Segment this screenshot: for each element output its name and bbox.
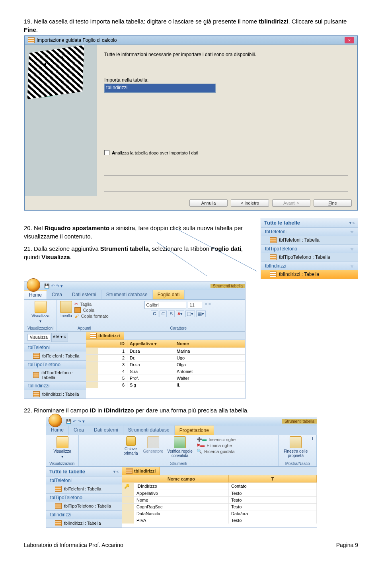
finish-button[interactable]: Fine bbox=[314, 199, 352, 207]
font-selector[interactable]: Calibri bbox=[144, 301, 186, 309]
table-icon bbox=[270, 254, 277, 260]
office-button[interactable] bbox=[27, 278, 40, 292]
ricerca-guidata-button[interactable]: 🔍Ricerca guidata bbox=[197, 448, 236, 454]
copia-formato-button[interactable]: 🖌Copia formato bbox=[74, 313, 108, 319]
nav-header[interactable]: Tutte le tabelle▾ « bbox=[261, 218, 358, 227]
import-table-label: Importa nella tabella: bbox=[104, 77, 348, 83]
gridlines-button[interactable]: ▦▾ bbox=[196, 311, 206, 317]
nav-item[interactable]: tblIndirizzi : Tabella bbox=[46, 519, 122, 527]
copia-button[interactable]: Copia bbox=[74, 307, 108, 313]
import-table-input[interactable]: tblIndirizzi bbox=[104, 84, 216, 93]
fill-color-button[interactable]: ⬚▾ bbox=[185, 311, 195, 317]
wizard-window: Importazione guidata Foglio di calcolo ×… bbox=[24, 35, 358, 211]
table-row[interactable]: 4S.raAntoniet bbox=[86, 368, 245, 375]
tab-strumenti-db[interactable]: Strumenti database bbox=[123, 426, 175, 435]
nav-group[interactable]: tblTelefoni bbox=[24, 343, 86, 352]
incolla-button[interactable]: Incolla bbox=[60, 301, 72, 319]
col-nome-campo[interactable]: Nome campo bbox=[134, 475, 229, 483]
italic-button[interactable]: C bbox=[160, 311, 167, 317]
visualizza-popup[interactable]: Visualizza bbox=[27, 334, 50, 341]
col-id[interactable]: ID bbox=[98, 340, 127, 348]
nav-group[interactable]: tblTelefoni bbox=[46, 476, 122, 484]
elimina-righe-button[interactable]: ✖▬Elimina righe bbox=[197, 442, 236, 448]
chiave-primaria-button[interactable]: Chiave primaria bbox=[122, 436, 140, 455]
nav-item[interactable]: tblTelefoni : Tabella bbox=[46, 484, 122, 493]
table-icon bbox=[55, 503, 62, 509]
tab-crea[interactable]: Crea bbox=[69, 426, 89, 435]
nav-item[interactable]: tblTipoTelefono : Tabella bbox=[46, 502, 122, 510]
table-row[interactable]: 5Prof.Walter bbox=[86, 375, 245, 381]
nav-group-telefoni[interactable]: tblTelefoni☆ bbox=[261, 227, 358, 236]
tab-foglio-dati[interactable]: Foglio dati bbox=[153, 290, 185, 299]
table-row[interactable]: 1Dr.saMarina bbox=[86, 348, 245, 354]
taglia-button[interactable]: ✂Taglia bbox=[74, 301, 108, 307]
table-row[interactable]: CognRagSocTesto bbox=[122, 503, 317, 510]
col-appellativo[interactable]: Appellativo ▾ bbox=[127, 340, 174, 348]
table-row[interactable]: DataNascitaData/ora bbox=[122, 510, 317, 517]
tab-home[interactable]: Home bbox=[24, 290, 47, 299]
wizard-info-text: Tutte le informazioni necessarie per imp… bbox=[104, 52, 348, 57]
verifica-regole-button[interactable]: Verifica regole convalida bbox=[166, 436, 193, 458]
bold-button[interactable]: G bbox=[151, 311, 158, 317]
builder-icon bbox=[147, 436, 159, 448]
nav-item[interactable]: tblTelefoni : Tabella bbox=[24, 352, 86, 360]
col-tipo[interactable]: T bbox=[229, 475, 317, 483]
nav-item-indirizzi[interactable]: tblIndirizzi : Tabella bbox=[261, 270, 358, 279]
tab-dati-esterni[interactable]: Dati esterni bbox=[67, 290, 101, 299]
table-row[interactable]: PIVATesto bbox=[122, 517, 317, 524]
instruction-19: 19. Nella casella di testo importa nella… bbox=[24, 17, 358, 34]
finestra-proprieta-button[interactable]: Finestra delle proprietà bbox=[282, 436, 310, 458]
table-row[interactable]: AppellativoTesto bbox=[122, 490, 317, 496]
nav-group-tipotelefono[interactable]: tblTipoTelefono☆ bbox=[261, 244, 358, 253]
indexes-button[interactable]: I bbox=[312, 436, 313, 458]
analyze-checkbox[interactable] bbox=[104, 150, 109, 155]
back-button[interactable]: < Indietro bbox=[231, 199, 269, 207]
close-icon[interactable]: × bbox=[345, 37, 354, 43]
tab-strumenti-db[interactable]: Strumenti database bbox=[101, 290, 153, 299]
view-icon bbox=[57, 436, 68, 448]
inserisci-righe-button[interactable]: ➕▬Inserisci righe bbox=[197, 436, 236, 442]
nav-item[interactable]: tblIndirizzi : Tabella bbox=[24, 390, 86, 399]
tab-dati-esterni[interactable]: Dati esterni bbox=[89, 426, 123, 435]
nav-item-tipotelefono[interactable]: tblTipoTelefono : Tabella bbox=[261, 253, 358, 262]
nav-pane-embedded: Visualizzaelle ▾ « tblTelefoni tblTelefo… bbox=[24, 332, 86, 399]
table-row[interactable]: 2Dr.Ugo bbox=[86, 354, 245, 361]
col-nome[interactable]: Nome bbox=[174, 340, 245, 348]
table-row[interactable]: 🔑IDIndirizzoContato bbox=[122, 483, 317, 490]
group-label: Appunti bbox=[78, 326, 91, 330]
context-tab-label: Strumenti tabella bbox=[282, 419, 317, 424]
cancel-button[interactable]: Annulla bbox=[189, 199, 228, 207]
table-icon bbox=[33, 372, 39, 378]
tab-crea[interactable]: Crea bbox=[47, 290, 67, 299]
checkered-flag-icon bbox=[27, 45, 84, 99]
nav-group[interactable]: tblTipoTelefono bbox=[46, 493, 122, 502]
font-color-button[interactable]: A▾ bbox=[176, 311, 184, 317]
view-icon bbox=[35, 301, 47, 313]
visualizza-button[interactable]: Visualizza▾ bbox=[31, 301, 49, 323]
navigation-pane-standalone: Tutte le tabelle▾ « tblTelefoni☆ tblTele… bbox=[261, 218, 358, 279]
ribbon-group-visualizzazioni: Visualizza▾ Visualizzazioni bbox=[24, 300, 57, 331]
footer-left: Laboratorio di Informatica Prof. Accarin… bbox=[24, 542, 123, 548]
nav-group[interactable]: tblTipoTelefono bbox=[24, 360, 86, 369]
font-size-selector[interactable]: 11 bbox=[188, 301, 202, 309]
table-icon bbox=[126, 468, 133, 474]
underline-button[interactable]: S bbox=[168, 311, 175, 317]
nav-group[interactable]: tblIndirizzi bbox=[24, 381, 86, 390]
office-button[interactable] bbox=[49, 414, 62, 427]
nav-header[interactable]: Tutte le tabelle▾ « bbox=[46, 467, 122, 476]
nav-group-indirizzi[interactable]: tblIndirizzi☆ bbox=[261, 262, 358, 270]
table-tab[interactable]: tblIndirizzi bbox=[86, 332, 124, 340]
nav-group[interactable]: tblIndirizzi bbox=[46, 510, 122, 519]
table-row[interactable]: 3Dr.saOlga bbox=[86, 361, 245, 368]
tab-progettazione[interactable]: Progettazione bbox=[175, 426, 214, 435]
nav-item[interactable]: tblTipoTelefono : Tabella bbox=[24, 369, 86, 381]
tab-home[interactable]: Home bbox=[46, 426, 69, 435]
table-row[interactable]: 6SigII. bbox=[86, 381, 245, 388]
visualizza-button[interactable]: Visualizza▾ bbox=[53, 436, 71, 459]
nav-item-telefoni[interactable]: tblTelefoni : Tabella bbox=[261, 236, 358, 244]
generatore-button[interactable]: Generatore bbox=[143, 436, 164, 453]
table-row[interactable]: NomeTesto bbox=[122, 496, 317, 503]
wizard-icon bbox=[28, 37, 35, 43]
paste-icon bbox=[60, 301, 72, 313]
table-tab[interactable]: tblIndirizzi bbox=[122, 467, 160, 475]
